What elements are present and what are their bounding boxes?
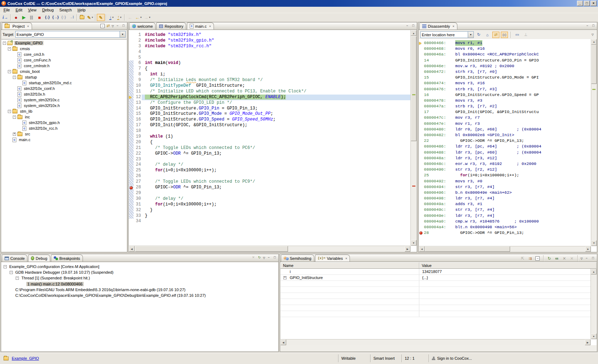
refresh-view-icon[interactable]: ↻: [475, 32, 482, 38]
disassembly-row[interactable]: 08000488:ldr r3, [pc, #60] ; (0x80004: [419, 150, 591, 155]
code-text[interactable]: /* delay */: [142, 196, 410, 202]
code-line[interactable]: 22 GPIOC->ODR ^= GPIO_Pin_13;: [129, 151, 410, 157]
disassembly-gutter[interactable]: [419, 58, 424, 63]
disassembly-row[interactable]: 08000480:ldr r0, [pc, #68] ; (0x80004: [419, 127, 591, 132]
disassembly-row[interactable]: 0800047c:mov r3, r7: [419, 115, 591, 121]
chevron-down-icon[interactable]: ▾: [112, 16, 114, 19]
scroll-right-icon[interactable]: ▶: [585, 339, 591, 345]
code-text[interactable]: /* delay */: [142, 162, 410, 168]
collapse-expander-icon[interactable]: -: [4, 265, 7, 268]
disassembly-row[interactable]: 08000478:movs r3, #3: [419, 98, 591, 103]
stop-debug-icon[interactable]: ■: [36, 14, 43, 21]
code-text[interactable]: GPIO_InitStructure.GPIO_Mode = GPIO_Mode…: [142, 111, 410, 117]
code-text[interactable]: /* Initialize Leds mounted on STM32 boar…: [142, 77, 410, 83]
disassembly-gutter[interactable]: [419, 155, 424, 161]
debug-launch-tree[interactable]: -Example_GPIO.configuration [Cortex-M Ap…: [1, 262, 278, 351]
maximize-view-icon[interactable]: □: [591, 256, 596, 261]
disassembly-gutter[interactable]: [419, 86, 424, 92]
empty-variable-row[interactable]: [280, 281, 597, 287]
minimize-view-icon[interactable]: −: [585, 23, 590, 28]
disassembly-gutter[interactable]: [419, 52, 424, 57]
code-line[interactable]: 32 }: [129, 208, 410, 213]
debug-tree-item[interactable]: C:\Program Files\GNU Tools ARM Embedded\…: [1, 287, 278, 293]
home-icon[interactable]: ⌂: [484, 32, 491, 38]
code-line[interactable]: 33}: [129, 213, 410, 219]
tab-repository[interactable]: Repository: [156, 22, 186, 30]
expand-expander-icon[interactable]: +: [283, 276, 287, 279]
code-line[interactable]: 18: [129, 128, 410, 134]
editor-gutter-marker[interactable]: [129, 162, 133, 168]
disassembly-gutter[interactable]: [419, 109, 424, 115]
code-line[interactable]: 26: [129, 173, 410, 179]
editor-gutter-marker[interactable]: [129, 38, 133, 44]
disassembly-row[interactable]: 17GPIO_Init(GPIOC, &GPIO_InitStructu: [419, 109, 591, 115]
column-header-name[interactable]: Name: [280, 262, 419, 268]
project-tree-item[interactable]: stm32f10x_gpio.h: [1, 120, 127, 125]
disassembly-gutter[interactable]: [419, 184, 424, 190]
code-text[interactable]: }: [142, 208, 410, 213]
scrollbar-thumb[interactable]: [425, 246, 510, 252]
collapse-all-icon[interactable]: −: [100, 24, 105, 28]
editor-gutter-marker[interactable]: [129, 49, 133, 55]
collapse-expander-icon[interactable]: -: [13, 76, 16, 79]
remove-all-icon[interactable]: ✕: [569, 256, 575, 261]
pause-icon[interactable]: ▐▌: [28, 14, 36, 21]
view-menu-icon[interactable]: ▽: [263, 256, 265, 259]
disassembly-gutter[interactable]: [419, 75, 424, 80]
project-tree-item[interactable]: startup_stm32f10x_md.c: [1, 80, 127, 86]
disassembly-gutter[interactable]: [419, 92, 424, 98]
code-text[interactable]: while (1): [142, 134, 410, 140]
disassembly-gutter[interactable]: [419, 150, 424, 155]
code-text[interactable]: [142, 219, 410, 224]
code-text[interactable]: for(i=0;i<0x100000;i++);: [142, 202, 410, 208]
code-line[interactable]: 5: [129, 55, 410, 61]
highlight-icon[interactable]: ✎: [97, 14, 105, 21]
code-line[interactable]: 25 for(i=0;i<0x100000;i++);: [129, 168, 410, 173]
disassembly-gutter[interactable]: [419, 201, 424, 207]
disassembly-gutter[interactable]: [419, 40, 424, 46]
project-tree-item[interactable]: system_stm32f10x.h: [1, 103, 127, 108]
chevron-down-icon[interactable]: ▾: [92, 16, 93, 19]
scroll-up-icon[interactable]: ▲: [591, 39, 597, 45]
empty-variable-row[interactable]: [280, 299, 597, 305]
editor-gutter-marker[interactable]: [129, 95, 133, 100]
target-combo[interactable]: Example_GPIO ▼: [15, 31, 126, 38]
step-into-icon[interactable]: {↓}: [43, 14, 51, 21]
disassembly-row[interactable]: 25 for(i=0;i<0x100000;i++);: [419, 172, 591, 178]
disassembly-gutter[interactable]: [419, 80, 424, 86]
disassembly-gutter[interactable]: [419, 132, 424, 138]
editor-gutter-marker[interactable]: [129, 100, 133, 106]
editor-gutter-marker[interactable]: [129, 60, 133, 66]
disassembly-gutter[interactable]: [419, 167, 424, 172]
project-tree-item[interactable]: -startup: [1, 74, 127, 80]
scrollbar-thumb[interactable]: [411, 36, 416, 141]
tab-breakpoints[interactable]: Breakpoints: [51, 255, 83, 262]
code-line[interactable]: 24 /* delay */: [129, 162, 410, 168]
code-text[interactable]: /* Toggle LEDs which connected to PC6*/: [142, 145, 410, 151]
collapse-expander-icon[interactable]: -: [8, 47, 11, 50]
empty-variable-row[interactable]: [280, 305, 597, 311]
code-line[interactable]: 15 GPIO_InitStructure.GPIO_Mode = GPIO_M…: [129, 111, 410, 117]
debug-instruction-pointer-icon[interactable]: i→: [1, 14, 9, 21]
show-source-icon[interactable]: (c): [501, 32, 508, 38]
variable-name-cell[interactable]: i: [280, 269, 419, 274]
disassembly-row[interactable]: 08000498:ldr r3, [r7, #4]: [419, 196, 591, 201]
disassembly-row[interactable]: 0800047e:mov r1, r3: [419, 121, 591, 127]
debug-tree-item[interactable]: -GDB Hardware Debugger (19.07.16 10:27) …: [1, 269, 278, 275]
maximize-view-icon[interactable]: □: [272, 255, 277, 260]
disassembly-gutter[interactable]: [419, 207, 424, 213]
editor-gutter-marker[interactable]: [129, 185, 133, 191]
project-tree-item[interactable]: stm32f10x_conf.h: [1, 86, 127, 91]
code-text[interactable]: [142, 191, 410, 196]
chevron-down-icon[interactable]: ▾: [149, 16, 151, 19]
code-line[interactable]: 9 /* Initialize Leds mounted on STM32 bo…: [129, 77, 410, 83]
debug-tree-item[interactable]: -Example_GPIO.configuration [Cortex-M Ap…: [1, 264, 278, 269]
editor-gutter-marker[interactable]: [129, 134, 133, 140]
code-editor[interactable]: 1#include "stm32f10x.h"2#include "stm32f…: [129, 32, 410, 246]
code-line[interactable]: 21 /* Toggle LEDs which connected to PC6…: [129, 145, 410, 151]
code-text[interactable]: int i;: [142, 72, 410, 77]
breakpoint-icon[interactable]: [419, 231, 423, 235]
code-text[interactable]: GPIO_InitStructure.GPIO_Pin = GPIO_Pin_1…: [142, 106, 410, 112]
variable-row[interactable]: +GPIO_InitStructure{...}: [280, 275, 597, 281]
pin-view-icon[interactable]: ⊥: [522, 32, 529, 38]
